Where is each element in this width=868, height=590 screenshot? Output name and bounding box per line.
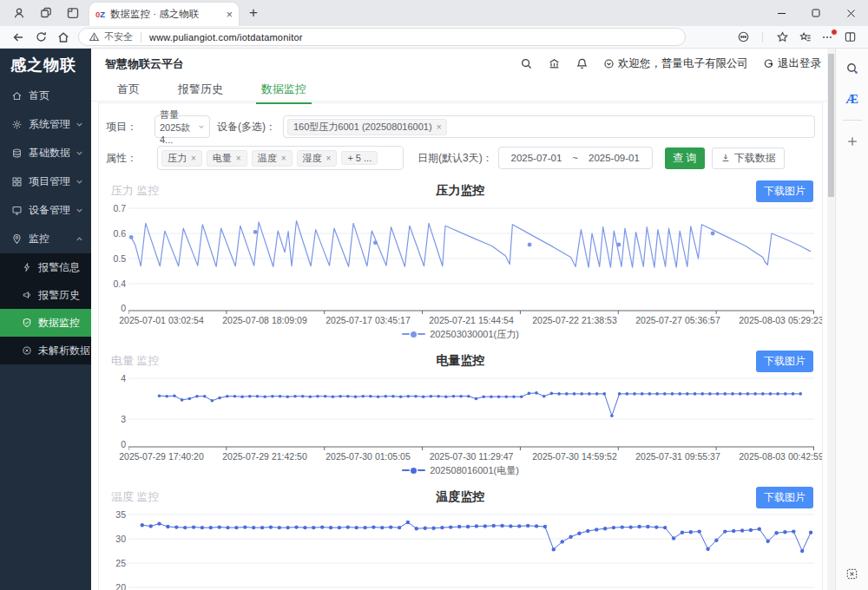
- chart-side-label: 温度 监控: [111, 489, 160, 505]
- power-chart-plot: [128, 377, 814, 450]
- minimize-button[interactable]: [764, 0, 799, 26]
- tag-remove-icon[interactable]: ×: [191, 154, 196, 163]
- tab-close-icon[interactable]: ×: [226, 8, 233, 21]
- sidebar-search-icon[interactable]: [843, 59, 862, 78]
- download-image-button[interactable]: 下载图片: [756, 487, 813, 508]
- submenu-item-alarm-info[interactable]: 报警信息: [0, 253, 91, 281]
- submenu-item-data-monitor[interactable]: 数据监控: [0, 309, 91, 337]
- pressure-chart-plot: [128, 206, 814, 314]
- circle-x-icon: [22, 345, 32, 356]
- attr-tag[interactable]: 温度×: [252, 150, 293, 167]
- scrollbar-thumb[interactable]: [828, 54, 834, 197]
- maximize-button[interactable]: [799, 0, 833, 26]
- reader-icon[interactable]: [732, 28, 754, 47]
- attr-tag[interactable]: 压力×: [161, 150, 202, 167]
- attr-more-tag[interactable]: + 5 ...: [341, 151, 378, 165]
- workspaces-icon[interactable]: [36, 3, 56, 23]
- home-icon[interactable]: [52, 28, 75, 47]
- url-text: www.puliangiot.com/iotdatamonitor: [149, 32, 303, 43]
- logout-icon: [763, 58, 774, 69]
- device-tag[interactable]: 160型压力6001 (202508016001)×: [287, 119, 447, 135]
- brand-logo: 感之物联: [0, 49, 91, 82]
- project-select[interactable]: 普量2025款4...: [155, 115, 210, 138]
- window-controls: [764, 0, 868, 26]
- search-icon[interactable]: [520, 57, 533, 70]
- download-data-button[interactable]: 下载数据: [712, 148, 785, 169]
- grid-icon: [11, 176, 23, 187]
- sidebar-item-monitor[interactable]: 监控: [0, 225, 91, 253]
- attr-tags-box[interactable]: 压力×电量×温度×湿度×+ 5 ...: [157, 146, 404, 170]
- query-button[interactable]: 查 询: [665, 148, 705, 169]
- browser-tab[interactable]: 0Z 数据监控 · 感之物联 ×: [89, 3, 239, 26]
- tag-remove-icon[interactable]: ×: [236, 154, 241, 163]
- tag-remove-icon[interactable]: ×: [326, 154, 332, 163]
- chart-title: 温度监控: [106, 489, 815, 505]
- site-favicon: 0Z: [95, 10, 105, 19]
- chart-legend[interactable]: 202508016001(电量): [106, 464, 815, 476]
- collections-icon[interactable]: [793, 28, 816, 47]
- location-pin-icon: [11, 233, 23, 245]
- tag-remove-icon[interactable]: ×: [437, 122, 442, 132]
- chart-title: 压力监控: [106, 183, 815, 199]
- sidebar-item-projects[interactable]: 项目管理: [0, 167, 91, 196]
- date-range-picker[interactable]: 2025-07-01 ~ 2025-09-01: [498, 147, 653, 169]
- chart-side-label: 电量 监控: [111, 353, 160, 369]
- x-axis-labels: 2025-07-29 17:40:202025-07-29 21:42:5020…: [128, 450, 815, 461]
- more-menu-icon[interactable]: [816, 28, 838, 47]
- chevron-down-icon: [76, 149, 83, 157]
- chart-side-label: 压力 监控: [111, 183, 160, 199]
- chevron-down-icon: [198, 123, 205, 130]
- pressure-chart-section: 压力 监控 压力监控 下载图片 0.70.60.50.40 2025-07-01…: [106, 180, 815, 340]
- logout-button[interactable]: 退出登录: [763, 56, 821, 71]
- submenu-item-alarm-history[interactable]: 报警历史: [0, 281, 91, 309]
- address-bar[interactable]: 不安全 www.puliangiot.com/iotdatamonitor: [78, 28, 686, 46]
- sidebar-item-basedata[interactable]: 基础数据: [0, 139, 91, 167]
- bolt-icon: [22, 262, 32, 272]
- page-tabs: 首页 报警历史 数据监控: [91, 79, 835, 102]
- bell-icon[interactable]: [575, 57, 589, 70]
- legend-marker: [402, 469, 410, 471]
- divider: [141, 32, 141, 43]
- tag-remove-icon[interactable]: ×: [281, 154, 286, 163]
- submenu-item-unparsed-data[interactable]: 未解析数据: [0, 337, 91, 364]
- new-tab-button[interactable]: +: [249, 4, 258, 22]
- tab-data-monitor[interactable]: 数据监控: [258, 79, 310, 104]
- download-icon: [720, 153, 731, 163]
- favorites-star-icon[interactable]: [771, 28, 793, 47]
- add-sidebar-app-icon[interactable]: [843, 132, 862, 151]
- chevron-down-icon: [76, 206, 83, 214]
- download-image-button[interactable]: 下载图片: [756, 351, 813, 372]
- database-icon: [11, 148, 23, 159]
- close-button[interactable]: [833, 0, 868, 26]
- page-scrollbar[interactable]: [827, 49, 835, 590]
- attr-tag[interactable]: 电量×: [207, 150, 247, 167]
- back-icon[interactable]: [7, 28, 30, 47]
- home-icon: [11, 90, 23, 102]
- copilot-icon[interactable]: Æ: [843, 89, 862, 108]
- date-label: 日期(默认3天)：: [418, 151, 493, 166]
- capture-tool-icon[interactable]: [843, 564, 862, 583]
- not-secure-label: 不安全: [104, 30, 133, 43]
- building-icon[interactable]: [548, 57, 561, 70]
- split-screen-icon[interactable]: [838, 28, 861, 47]
- sidebar-item-system[interactable]: 系统管理: [0, 110, 91, 139]
- attr-tag[interactable]: 湿度×: [297, 150, 338, 167]
- power-chart-section: 电量 监控 电量监控 下载图片 430 2025-07-29 17:40:202…: [106, 351, 815, 476]
- chart-legend[interactable]: 202503030001(压力): [106, 328, 815, 340]
- gear-icon: [11, 119, 23, 130]
- device-multiselect[interactable]: 160型压力6001 (202508016001)×: [283, 115, 815, 138]
- sidebar-item-devices[interactable]: 设备管理: [0, 196, 91, 225]
- download-image-button[interactable]: 下载图片: [756, 180, 813, 202]
- refresh-icon[interactable]: [30, 28, 52, 47]
- tab-actions-icon[interactable]: [62, 3, 83, 23]
- tab-alarm-history[interactable]: 报警历史: [174, 79, 227, 104]
- content-card: 项目： 普量2025款4... 设备(多选)： 160型压力6001 (2025…: [98, 102, 823, 590]
- project-label: 项目：: [106, 120, 137, 134]
- chevron-up-icon: [76, 235, 83, 243]
- welcome-user[interactable]: 欢迎您，普量电子有限公司: [603, 56, 748, 71]
- profile-icon[interactable]: [9, 3, 30, 23]
- tab-home[interactable]: 首页: [114, 79, 143, 104]
- sidebar-item-home[interactable]: 首页: [0, 82, 91, 110]
- edge-sidebar: Æ: [835, 49, 868, 590]
- update-badge: [831, 29, 838, 36]
